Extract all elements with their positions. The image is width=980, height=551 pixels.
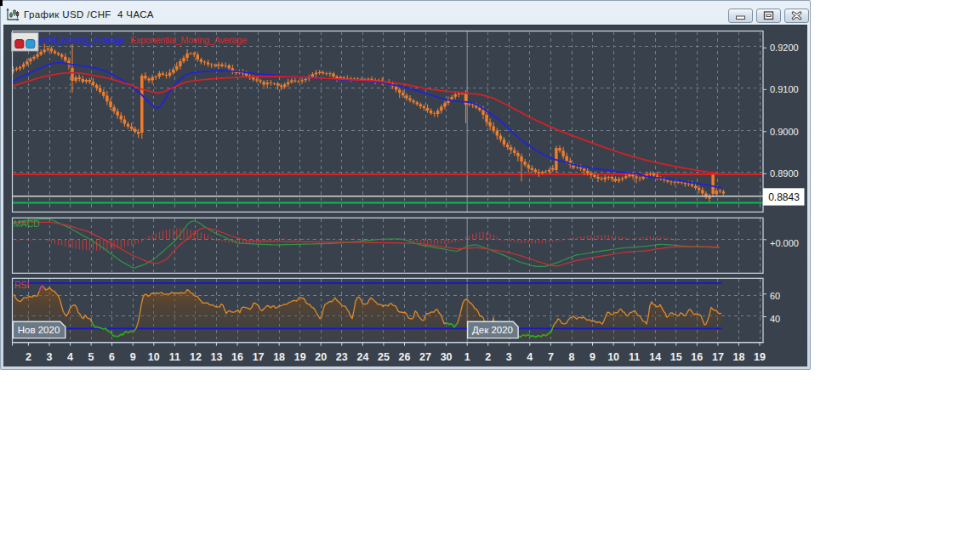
svg-text:25: 25 bbox=[378, 351, 390, 363]
svg-text:17: 17 bbox=[253, 351, 265, 363]
svg-text:MACD: MACD bbox=[14, 219, 40, 229]
svg-text:10: 10 bbox=[607, 351, 619, 363]
svg-text:17: 17 bbox=[712, 351, 724, 363]
svg-text:26: 26 bbox=[399, 351, 411, 363]
svg-text:0.9100: 0.9100 bbox=[770, 84, 799, 94]
svg-text:60: 60 bbox=[770, 291, 780, 301]
svg-text:18: 18 bbox=[732, 351, 744, 363]
svg-text:11: 11 bbox=[629, 351, 640, 363]
svg-text:12: 12 bbox=[190, 351, 202, 363]
svg-text:0.9200: 0.9200 bbox=[770, 43, 799, 53]
svg-text:Нов 2020: Нов 2020 bbox=[18, 325, 60, 335]
svg-text:11: 11 bbox=[169, 351, 180, 363]
svg-text:23: 23 bbox=[336, 351, 348, 363]
svg-text:0.8900: 0.8900 bbox=[770, 168, 799, 179]
svg-text:10: 10 bbox=[148, 351, 160, 363]
svg-text:14: 14 bbox=[649, 351, 661, 363]
svg-text:3: 3 bbox=[506, 351, 512, 363]
svg-text:+0.000: +0.000 bbox=[770, 238, 799, 248]
svg-text:30: 30 bbox=[441, 351, 453, 363]
svg-text:4: 4 bbox=[527, 351, 533, 363]
svg-text:7: 7 bbox=[548, 351, 554, 363]
svg-text:Exponential_Moving_Average: Exponential_Moving_Average bbox=[130, 35, 247, 45]
svg-text:9: 9 bbox=[130, 351, 136, 363]
svg-text:16: 16 bbox=[691, 351, 703, 363]
svg-text:RSI: RSI bbox=[14, 280, 30, 290]
svg-text:Дек 2020: Дек 2020 bbox=[472, 325, 513, 335]
svg-text:13: 13 bbox=[210, 351, 222, 363]
svg-text:9: 9 bbox=[590, 351, 595, 363]
svg-text:0.8843: 0.8843 bbox=[768, 191, 800, 203]
svg-text:18: 18 bbox=[273, 351, 285, 363]
svg-text:8: 8 bbox=[569, 351, 575, 363]
svg-text:4: 4 bbox=[67, 351, 73, 363]
svg-text:3: 3 bbox=[47, 351, 53, 363]
svg-text:16: 16 bbox=[231, 351, 243, 363]
svg-text:6: 6 bbox=[109, 351, 115, 363]
svg-text:0.9000: 0.9000 bbox=[770, 127, 799, 137]
svg-text:20: 20 bbox=[315, 351, 327, 363]
svg-text:2: 2 bbox=[26, 351, 31, 363]
svg-text:5: 5 bbox=[88, 351, 94, 363]
svg-text:24: 24 bbox=[356, 351, 368, 363]
svg-text:40: 40 bbox=[770, 314, 780, 324]
svg-text:27: 27 bbox=[419, 351, 431, 363]
svg-text:2: 2 bbox=[485, 351, 491, 363]
svg-text:19: 19 bbox=[754, 351, 766, 363]
svg-text:19: 19 bbox=[294, 351, 306, 363]
svg-text:1: 1 bbox=[464, 351, 470, 363]
svg-text:15: 15 bbox=[670, 351, 682, 363]
